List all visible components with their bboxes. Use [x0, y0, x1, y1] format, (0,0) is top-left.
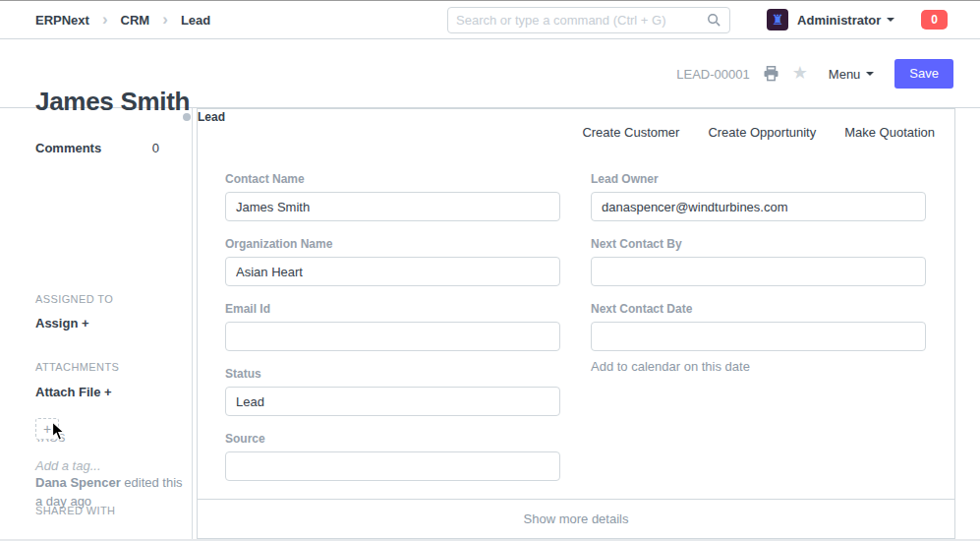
next-contact-by-input[interactable]: [591, 257, 926, 286]
window-top-edge: [0, 0, 980, 1]
menu-dropdown[interactable]: Menu: [829, 67, 875, 82]
lead-owner-label: Lead Owner: [591, 172, 926, 186]
attach-file-button[interactable]: Attach File +: [35, 385, 112, 399]
add-tag-input[interactable]: Add a tag...: [35, 458, 101, 473]
menu-label: Menu: [829, 67, 861, 82]
print-icon[interactable]: [763, 66, 779, 82]
navbar-right: ♜ Administrator 0: [767, 1, 948, 38]
email-id-input[interactable]: [225, 322, 560, 351]
form-column-right: Lead Owner Next Contact By Next Contact …: [591, 172, 926, 390]
create-opportunity-button[interactable]: Create Opportunity: [708, 125, 816, 140]
lead-owner-input[interactable]: [591, 192, 926, 221]
field-contact-name: Contact Name: [225, 172, 560, 221]
status-select[interactable]: [225, 387, 560, 416]
form-card: Create Customer Create Opportunity Make …: [197, 108, 955, 539]
chevron-right-icon: ›: [102, 11, 108, 28]
global-search: [447, 7, 730, 33]
field-source: Source: [225, 432, 560, 481]
search-icon[interactable]: [707, 13, 721, 28]
user-menu[interactable]: Administrator: [797, 13, 881, 28]
document-id: LEAD-00001: [676, 67, 749, 82]
document-actions: Create Customer Create Opportunity Make …: [582, 125, 935, 140]
form-column-left: Contact Name Organization Name Email Id …: [225, 172, 560, 497]
assign-button[interactable]: Assign +: [35, 316, 89, 331]
show-more-details-button[interactable]: Show more details: [198, 499, 954, 538]
email-id-label: Email Id: [225, 302, 560, 316]
page-header-actions: LEAD-00001 ★ Menu Save: [676, 39, 953, 108]
create-customer-button[interactable]: Create Customer: [582, 125, 679, 140]
comments-link[interactable]: Comments 0: [35, 141, 159, 155]
contact-name-label: Contact Name: [225, 172, 560, 186]
assigned-to-heading: ASSIGNED TO: [35, 293, 113, 305]
field-lead-owner: Lead Owner: [591, 172, 926, 221]
status-field-label: Status: [225, 367, 560, 381]
breadcrumb-lead[interactable]: Lead: [181, 13, 210, 28]
field-organization-name: Organization Name: [225, 237, 560, 286]
breadcrumb: ERPNext › CRM › Lead: [35, 1, 210, 38]
user-avatar[interactable]: ♜: [767, 9, 788, 30]
chevron-down-icon[interactable]: [887, 18, 894, 22]
favorite-star-icon[interactable]: ★: [792, 64, 808, 82]
status-indicator: Lead: [183, 110, 225, 124]
make-quotation-button[interactable]: Make Quotation: [844, 125, 935, 140]
status-dot-icon: [183, 113, 191, 121]
comments-label: Comments: [35, 141, 101, 155]
chevron-right-icon: ›: [162, 11, 168, 28]
field-next-contact-date: Next Contact Date Add to calendar on thi…: [591, 302, 926, 374]
organization-name-input[interactable]: [225, 257, 560, 286]
share-add-button[interactable]: +: [35, 418, 59, 440]
save-button[interactable]: Save: [894, 59, 953, 89]
field-email-id: Email Id: [225, 302, 560, 351]
next-contact-by-label: Next Contact By: [591, 237, 926, 251]
notifications-badge[interactable]: 0: [921, 10, 948, 30]
field-status: Status: [225, 367, 560, 416]
comments-count: 0: [152, 141, 159, 155]
source-label: Source: [225, 432, 560, 446]
next-contact-date-help: Add to calendar on this date: [591, 359, 926, 374]
field-next-contact-by: Next Contact By: [591, 237, 926, 286]
form-sidebar: Comments 0 ASSIGNED TO Assign + ATTACHME…: [0, 108, 193, 539]
search-input[interactable]: [456, 13, 707, 28]
contact-name-input[interactable]: [225, 192, 560, 221]
attachments-heading: ATTACHMENTS: [35, 361, 119, 373]
organization-name-label: Organization Name: [225, 237, 560, 251]
page-header: James Smith Lead LEAD-00001 ★ Menu Save: [0, 39, 980, 108]
next-contact-date-input[interactable]: [591, 322, 926, 351]
modified-by-user: Dana Spencer: [35, 475, 121, 490]
last-modified-note: Dana Spencer edited this a day ago: [35, 473, 185, 511]
breadcrumb-erpnext[interactable]: ERPNext: [35, 13, 89, 28]
source-select[interactable]: [225, 451, 560, 481]
navbar: ERPNext › CRM › Lead ♜ Administrator 0: [0, 1, 980, 39]
status-label: Lead: [198, 110, 225, 124]
chevron-down-icon: [866, 72, 874, 76]
erpnext-lead-page: ERPNext › CRM › Lead ♜ Administrator 0 J…: [0, 0, 980, 541]
breadcrumb-crm[interactable]: CRM: [121, 13, 150, 28]
next-contact-date-label: Next Contact Date: [591, 302, 926, 316]
